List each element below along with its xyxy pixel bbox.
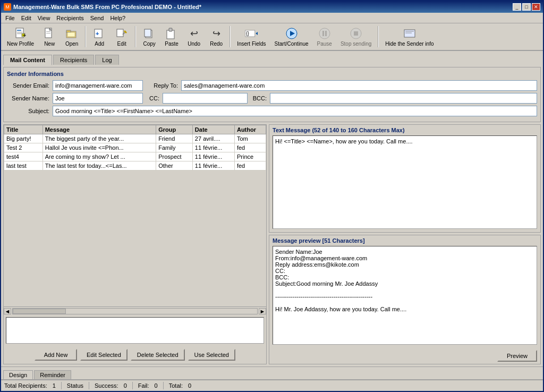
menu-help[interactable]: Help? [107, 14, 129, 22]
text-message-input[interactable] [273, 135, 537, 229]
new-profile-button[interactable]: + New Profile [3, 24, 38, 49]
open-label: Open [65, 41, 78, 47]
messages-table-wrapper[interactable]: Title Message Group Date Author Big part… [4, 125, 266, 306]
menu-edit[interactable]: Edit [18, 14, 35, 22]
subject-field[interactable] [53, 106, 537, 116]
insert-fields-label: Insert Fields [237, 41, 266, 47]
table-row[interactable]: last testThe last test for today...<=Las… [4, 161, 266, 171]
tab-design[interactable]: Design [3, 370, 33, 379]
new-label: New [44, 41, 55, 47]
scroll-track [12, 308, 258, 314]
stop-icon [350, 27, 362, 40]
main-tab-bar: Mail Content Recipients Log [1, 51, 543, 65]
svg-rect-32 [404, 30, 415, 37]
pause-label: Pause [317, 41, 332, 47]
edit-label: Edit [117, 41, 126, 47]
fail-label: Fail: [138, 382, 149, 389]
sender-name-field[interactable] [53, 93, 143, 104]
total-recipients-value: 1 [53, 382, 56, 389]
tab-recipients[interactable]: Recipients [53, 55, 94, 65]
email-row: Sender Email: Reply To: [7, 80, 537, 91]
svg-text:{}: {} [246, 31, 250, 36]
stop-label: Stop sending [341, 41, 371, 47]
status-sep-2 [89, 382, 89, 389]
insert-fields-button[interactable]: {} Insert Fields [233, 24, 269, 49]
message-preview-content: Sender Name:Joe From:info@management-war… [273, 246, 537, 345]
bottom-tab-bar: Design Reminder [1, 367, 543, 379]
window-controls: _ □ ✕ [513, 3, 540, 11]
cc-field[interactable] [163, 93, 248, 104]
undo-label: Undo [188, 41, 200, 47]
email-field[interactable] [53, 80, 143, 91]
scroll-thumb[interactable] [13, 309, 66, 314]
success-value: 0 [124, 382, 127, 389]
minimize-button[interactable]: _ [513, 3, 521, 11]
maximize-button[interactable]: □ [522, 3, 531, 11]
svg-rect-29 [325, 31, 327, 36]
scroll-right-btn[interactable]: ► [259, 308, 266, 314]
bottom-buttons: Add New Edit Selected Delete Selected Us… [4, 346, 266, 364]
stop-sending-button[interactable]: Stop sending [337, 24, 375, 49]
undo-button[interactable]: ↩ Undo [183, 24, 205, 49]
title-bar: M Management-Ware Bulk SMS From PC Profe… [1, 1, 543, 13]
hide-sender-icon [403, 27, 416, 40]
redo-button[interactable]: ↪ Redo [206, 24, 227, 49]
start-continue-button[interactable]: Start/Continue [271, 24, 312, 49]
svg-rect-15 [117, 29, 123, 37]
right-panel: Text Message (52 of 140 to 160 Character… [269, 124, 541, 364]
toolbar-sep-1 [85, 26, 86, 47]
table-header-row: Title Message Group Date Author [4, 125, 266, 134]
status-sep-3 [132, 382, 133, 389]
status-sep-4 [163, 382, 164, 389]
bcc-field[interactable] [270, 93, 537, 104]
tab-reminder[interactable]: Reminder [34, 370, 71, 379]
left-panel: Title Message Group Date Author Big part… [3, 124, 267, 364]
pause-button[interactable]: Pause [313, 24, 336, 49]
svg-marker-24 [256, 32, 258, 35]
edit-button[interactable]: Edit [111, 24, 132, 49]
tab-log[interactable]: Log [95, 55, 118, 65]
scroll-left-btn[interactable]: ◄ [4, 308, 11, 314]
preview-bottom: Preview [269, 348, 540, 364]
app-icon: M [4, 3, 11, 11]
paste-button[interactable]: Paste [161, 24, 182, 49]
hide-sender-button[interactable]: Hide the Sender info [381, 24, 437, 49]
copy-button[interactable]: Copy [139, 24, 160, 49]
sender-info-section: Sender Informations Sender Email: Reply … [3, 67, 541, 122]
fail-value: 0 [155, 382, 158, 389]
preview-button[interactable]: Preview [497, 350, 537, 362]
svg-rect-2 [17, 32, 22, 32]
horizontal-scrollbar[interactable]: ◄ ► [4, 306, 266, 315]
menu-send[interactable]: Send [87, 14, 107, 22]
tab-mail-content[interactable]: Mail Content [3, 55, 52, 65]
sender-name-label: Sender Name: [7, 95, 49, 101]
use-selected-button[interactable]: Use Selected [188, 349, 235, 361]
edit-selected-button[interactable]: Edit Selected [80, 349, 128, 361]
total-recipients-label: Total Recipients: [4, 382, 47, 389]
new-icon [43, 27, 56, 40]
message-preview-textarea[interactable] [6, 317, 264, 344]
bcc-label: BCC: [251, 95, 267, 101]
paste-icon [165, 27, 178, 40]
svg-rect-19 [144, 29, 151, 37]
col-date: Date [192, 125, 234, 134]
message-preview-header: Message preview [51 Characters] [269, 235, 540, 246]
reply-to-field[interactable] [181, 80, 537, 91]
subject-label: Subject: [7, 108, 49, 114]
add-button[interactable]: + Add [89, 24, 110, 49]
close-button[interactable]: ✕ [532, 3, 540, 11]
add-new-button[interactable]: Add New [35, 349, 77, 361]
open-button[interactable]: Open [61, 24, 82, 49]
menu-file[interactable]: File [2, 14, 18, 22]
menu-view[interactable]: View [35, 14, 54, 22]
email-label: Sender Email: [7, 82, 49, 89]
status-label: Status [67, 382, 83, 389]
delete-selected-button[interactable]: Delete Selected [131, 349, 185, 361]
table-row[interactable]: test4Are coming to my show? Let ...Prosp… [4, 152, 266, 161]
name-row: Sender Name: CC: BCC: [7, 93, 537, 104]
table-row[interactable]: Big party!The biggest party of the year.… [4, 134, 266, 143]
table-row[interactable]: Test 2Hallol Je vous invite <=Phon...Fam… [4, 143, 266, 152]
menu-recipients[interactable]: Recipients [53, 14, 87, 22]
new-button[interactable]: New [39, 24, 60, 49]
svg-rect-21 [169, 28, 172, 31]
